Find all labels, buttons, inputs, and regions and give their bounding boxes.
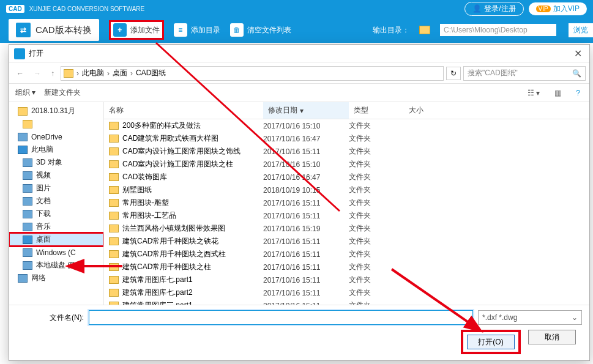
tree-node[interactable]	[9, 117, 103, 130]
folder-icon	[109, 250, 119, 258]
folder-icon	[109, 212, 119, 220]
add-file-button[interactable]: + 添加文件	[109, 20, 164, 40]
folder-icon	[23, 248, 32, 257]
folder-icon	[419, 26, 430, 34]
tree-node[interactable]: 音乐	[9, 220, 103, 233]
folder-icon	[109, 263, 119, 271]
view-menu[interactable]: ☷ ▾	[524, 87, 543, 99]
folder-icon	[23, 158, 32, 167]
login-button[interactable]: 👤 登录/注册	[464, 2, 523, 16]
convert-tab[interactable]: ⇄ CAD版本转换	[9, 19, 99, 41]
filter-combo[interactable]: *.dxf *.dwg ⌄	[478, 310, 582, 325]
folder-icon	[23, 236, 32, 244]
tree-node[interactable]: 2018.10.31月	[9, 105, 103, 117]
tree-node[interactable]: 文档	[9, 195, 103, 207]
folder-icon	[23, 223, 32, 231]
folder-icon	[109, 199, 119, 207]
folder-icon	[109, 225, 119, 232]
output-dir-label: 输出目录：	[373, 25, 409, 35]
preview-toggle[interactable]: ▥	[551, 87, 564, 99]
file-row[interactable]: 建筑常用图库三.part12017/10/16 15:11文件夹	[104, 299, 589, 305]
file-row[interactable]: 建筑CAD常用千种图块之柱2017/10/16 15:11文件夹	[104, 261, 589, 273]
folder-icon	[64, 69, 73, 78]
file-row[interactable]: CAD室内设计施工图常用图块之柱2017/10/16 15:10文件夹	[104, 158, 589, 171]
dialog-icon	[14, 48, 25, 59]
tree-node[interactable]: 下载	[9, 207, 103, 220]
add-dir-button[interactable]: ≡ 添加目录	[174, 23, 220, 37]
file-row[interactable]: CAD装饰图库2017/10/16 16:47文件夹	[104, 171, 589, 184]
file-row[interactable]: 常用图块-工艺品2017/10/16 15:11文件夹	[104, 209, 589, 222]
up-icon[interactable]: ↑	[47, 69, 58, 78]
tree-node[interactable]: 本地磁盘 (D:	[9, 259, 103, 272]
col-name[interactable]: 名称	[104, 102, 263, 119]
tree-node[interactable]: 3D 对象	[9, 156, 103, 169]
organize-menu[interactable]: 组织 ▾	[15, 87, 35, 98]
open-button[interactable]: 打开(O)	[467, 335, 515, 349]
folder-icon	[23, 210, 32, 218]
breadcrumb[interactable]: › 此电脑 › 桌面 › CAD图纸	[61, 66, 444, 81]
file-row[interactable]: CAD室内设计施工图常用图块之饰线2017/10/16 15:11文件夹	[104, 145, 589, 158]
folder-icon	[18, 133, 28, 141]
folder-icon	[109, 186, 119, 194]
col-date[interactable]: 修改日期▾	[263, 102, 349, 119]
output-dir-field[interactable]: C:\Users\Mloong\Desktop	[440, 24, 556, 36]
file-row[interactable]: CAD建筑常用欧式铁画大样图2017/10/16 16:47文件夹	[104, 132, 589, 145]
chevron-down-icon: ⌄	[572, 313, 578, 322]
tree-node[interactable]: 图片	[9, 182, 103, 195]
file-row[interactable]: 别墅图纸2018/10/19 10:15文件夹	[104, 184, 589, 196]
folder-icon	[23, 120, 32, 128]
trash-icon: 🗑	[230, 23, 244, 37]
tree-node[interactable]: 网络	[9, 272, 103, 284]
tree-node[interactable]: OneDrive	[9, 130, 103, 143]
chevron-down-icon: ▾	[300, 106, 304, 115]
file-row[interactable]: 建筑常用图库七.part12017/10/16 15:11文件夹	[104, 273, 589, 286]
folder-icon	[23, 184, 32, 193]
file-row[interactable]: 建筑CAD常用千种图块之铁花2017/10/16 15:11文件夹	[104, 235, 589, 248]
browse-button[interactable]: 浏览	[569, 23, 593, 37]
vip-icon: VIP	[536, 6, 551, 12]
forward-icon[interactable]: →	[30, 69, 45, 78]
back-icon[interactable]: ←	[13, 69, 28, 78]
clear-list-button[interactable]: 🗑 清空文件列表	[230, 23, 291, 37]
cancel-button[interactable]: 取消	[528, 330, 576, 344]
chevron-right-icon: ›	[129, 69, 135, 78]
search-input[interactable]: 搜索"CAD图纸" 🔍	[463, 66, 586, 81]
filename-input[interactable]	[89, 310, 473, 325]
convert-icon: ⇄	[16, 23, 31, 37]
tree-node[interactable]: Windows (C	[9, 246, 103, 259]
dialog-footer: 文件名(N): *.dxf *.dwg ⌄ 打开(O) 取消	[9, 305, 589, 360]
file-row[interactable]: 法兰西风格小镇规划图带效果图2017/10/16 15:19文件夹	[104, 222, 589, 235]
filename-label: 文件名(N):	[17, 313, 84, 323]
folder-icon	[18, 274, 28, 283]
file-row[interactable]: 建筑常用图库七.part22017/10/16 15:11文件夹	[104, 286, 589, 299]
folder-tree[interactable]: 2018.10.31月OneDrive此电脑3D 对象视频图片文档下载音乐桌面W…	[9, 102, 104, 305]
file-row[interactable]: 常用图块-雕塑2017/10/16 15:11文件夹	[104, 196, 589, 209]
tree-node[interactable]: 视频	[9, 169, 103, 182]
column-headers[interactable]: 名称 修改日期▾ 类型 大小	[104, 102, 589, 119]
folder-icon	[109, 173, 119, 181]
folder-icon	[109, 122, 119, 130]
col-size[interactable]: 大小	[404, 102, 459, 119]
file-row[interactable]: 200多种窗的样式及做法2017/10/16 15:10文件夹	[104, 119, 589, 132]
close-icon[interactable]: ✕	[572, 48, 584, 59]
new-folder-button[interactable]: 新建文件夹	[44, 87, 81, 98]
nav-row: ← → ↑ › 此电脑 › 桌面 › CAD图纸 ↻ 搜索"CAD图纸" 🔍	[9, 63, 589, 84]
tree-node[interactable]: 此电脑	[9, 143, 103, 156]
app-subtitle: XUNJIE CAD CONVERSION SOFTWARE	[29, 6, 145, 12]
folder-icon	[109, 147, 119, 155]
col-type[interactable]: 类型	[349, 102, 404, 119]
refresh-icon[interactable]: ↻	[446, 67, 461, 80]
tree-node[interactable]: 桌面	[9, 233, 103, 246]
org-row: 组织 ▾ 新建文件夹 ☷ ▾ ▥ ?	[9, 84, 589, 102]
list-icon: ≡	[174, 23, 187, 37]
vip-button[interactable]: VIP 加入VIP	[529, 2, 587, 15]
help-icon[interactable]: ?	[573, 87, 583, 99]
search-icon: 🔍	[572, 69, 581, 78]
dialog-title: 打开	[29, 48, 43, 59]
file-row[interactable]: 建筑CAD常用千种图块之西式柱2017/10/16 15:11文件夹	[104, 248, 589, 261]
folder-icon	[18, 146, 28, 154]
folder-icon	[23, 197, 32, 206]
toolbar: ⇄ CAD版本转换 + 添加文件 ≡ 添加目录 🗑 清空文件列表 输出目录： C…	[0, 17, 593, 43]
open-dialog: 打开 ✕ ← → ↑ › 此电脑 › 桌面 › CAD图纸 ↻ 搜索"CAD图纸…	[9, 44, 590, 361]
dialog-titlebar: 打开 ✕	[9, 45, 589, 63]
